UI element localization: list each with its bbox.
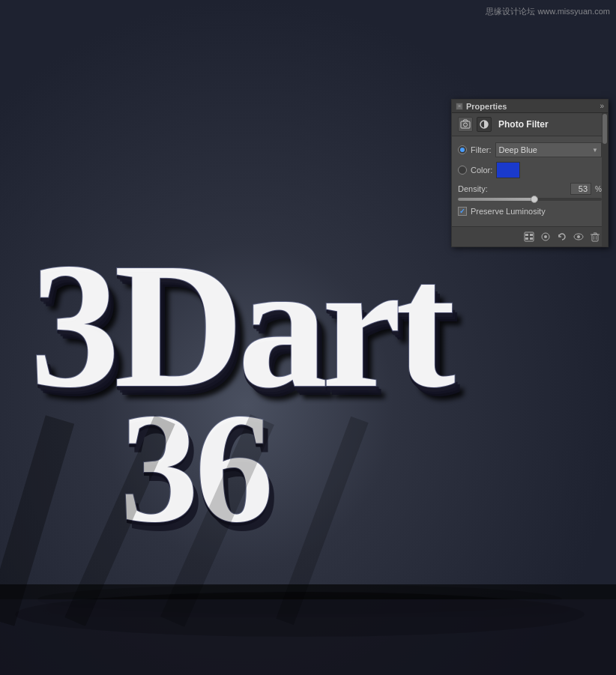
density-label: Density: (458, 184, 488, 193)
add-layer-button[interactable] (522, 230, 536, 243)
svg-point-27 (544, 235, 547, 238)
color-radio-button[interactable] (458, 166, 467, 175)
filter-title: Photo Filter (498, 119, 549, 130)
filter-row: Filter: Deep Blue ▼ (458, 142, 602, 157)
add-layer-icon (524, 231, 534, 242)
properties-panel: × Properties » (451, 99, 609, 247)
panel-scrollbar[interactable] (602, 113, 608, 246)
density-value[interactable]: 53 (570, 183, 591, 195)
camera-icon (460, 119, 471, 130)
watermark: 思缘设计论坛 www.missyuan.com (486, 6, 610, 17)
filter-dropdown[interactable]: Deep Blue ▼ (495, 142, 603, 157)
density-slider-thumb[interactable] (531, 196, 538, 203)
visibility-button[interactable] (572, 230, 585, 243)
color-swatch[interactable] (496, 162, 520, 178)
color-label: Color: (471, 166, 492, 175)
svg-rect-18 (461, 121, 470, 128)
panel-titlebar: × Properties » (452, 100, 608, 113)
reset-icon (557, 231, 567, 242)
preserve-luminosity-checkbox[interactable] (458, 207, 467, 216)
svg-point-29 (577, 235, 580, 238)
preserve-luminosity-row: Preserve Luminosity (458, 207, 602, 216)
density-row: Density: 53 % (458, 183, 602, 195)
panel-adjustment-icon-button[interactable] (477, 117, 492, 132)
panel-icon-header: Photo Filter (452, 113, 608, 136)
svg-rect-25 (530, 237, 533, 240)
link-icon (540, 231, 551, 242)
reset-button[interactable] (555, 230, 569, 243)
density-slider-track[interactable] (458, 198, 602, 201)
panel-close-button[interactable]: × (456, 103, 463, 110)
canvas-area: 思缘设计论坛 www.missyuan.com (0, 0, 616, 675)
dropdown-arrow-icon: ▼ (592, 147, 598, 154)
panel-scrollbar-thumb[interactable] (603, 114, 607, 144)
svg-rect-30 (592, 234, 598, 241)
density-slider-fill (458, 198, 534, 201)
delete-button[interactable] (588, 230, 602, 243)
density-percent: % (595, 185, 602, 193)
filter-label: Filter: (471, 145, 492, 154)
preserve-luminosity-label: Preserve Luminosity (471, 207, 546, 216)
svg-rect-23 (530, 234, 533, 236)
svg-rect-22 (525, 234, 528, 236)
panel-collapse-button[interactable]: » (600, 102, 604, 110)
filter-radio-button[interactable] (458, 145, 467, 154)
eye-icon (573, 231, 584, 242)
filter-selected-value: Deep Blue (499, 145, 537, 154)
svg-rect-13 (0, 599, 616, 675)
trash-icon (590, 231, 600, 242)
panel-content: Filter: Deep Blue ▼ Color: Density: 53 % (452, 136, 608, 226)
panel-photo-icon-button[interactable] (458, 117, 473, 132)
panel-title-text: Properties (466, 102, 507, 111)
panel-footer (452, 226, 608, 246)
svg-point-19 (464, 123, 468, 127)
svg-rect-24 (525, 237, 528, 240)
color-row: Color: (458, 162, 602, 178)
svg-rect-21 (525, 232, 534, 241)
link-button[interactable] (539, 230, 552, 243)
panel-title-left: × Properties (456, 102, 507, 111)
circle-icon (479, 119, 489, 130)
